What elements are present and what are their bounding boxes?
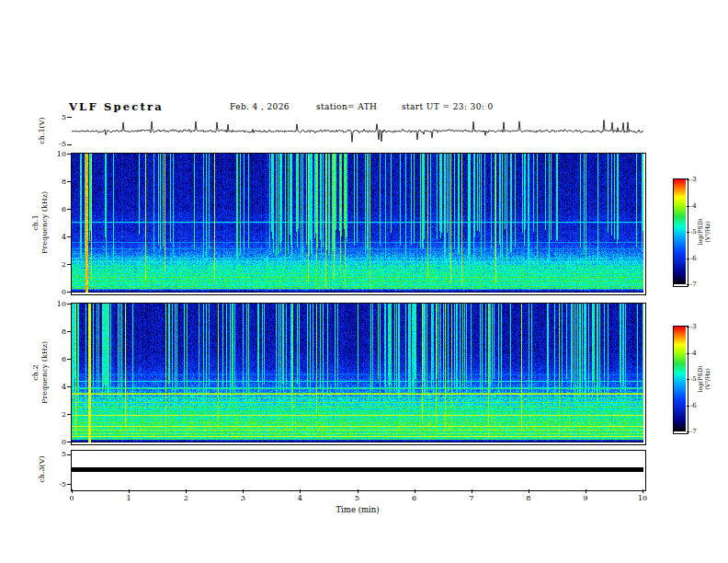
colorbar-ch2-panel bbox=[673, 326, 688, 434]
colorbar-ch1-tick bbox=[687, 259, 689, 259]
time-xtick bbox=[643, 489, 643, 493]
colorbar-ch1-tick-label: -7 bbox=[690, 281, 697, 288]
time-xtick bbox=[586, 489, 586, 493]
ch2-spec-ytick bbox=[67, 304, 72, 304]
ch2-spec-ytick-label: 8 bbox=[46, 327, 66, 336]
ch1-spectrogram-image bbox=[72, 154, 643, 293]
ch1-spec-ylabel: ch.1 Frequency (kHz) bbox=[31, 191, 51, 254]
ch2-spec-ytick bbox=[67, 414, 72, 415]
colorbar-ch2-tick bbox=[687, 379, 689, 380]
plot-title: VLF Spectra bbox=[69, 100, 164, 113]
ch1-spec-ytick bbox=[67, 236, 72, 237]
ch3-waveform-trace bbox=[72, 451, 643, 488]
time-xtick-label: 4 bbox=[289, 494, 311, 502]
ch2-spec-ytick-label: 10 bbox=[46, 300, 66, 308]
ch3-wave-ylabel: ch.3(V) bbox=[38, 455, 47, 482]
ch2-spec-ytick-label: 4 bbox=[46, 383, 66, 391]
time-xtick bbox=[358, 489, 358, 493]
colorbar-ch2-tick-label: -5 bbox=[690, 375, 697, 383]
colorbar-ch1-tick-label: -3 bbox=[690, 176, 697, 183]
ch1-waveform-trace bbox=[72, 114, 643, 148]
colorbar-ch2-tick-label: -3 bbox=[690, 323, 697, 330]
colorbar-ch2-tick bbox=[687, 327, 689, 327]
time-xtick bbox=[186, 489, 187, 493]
colorbar-ch1-tick bbox=[687, 232, 689, 233]
ch2-spec-ylabel: ch.2 Frequency (kHz) bbox=[31, 341, 51, 404]
time-xtick bbox=[129, 489, 130, 493]
ch3-waveform-panel bbox=[71, 450, 646, 491]
colorbar-ch1-panel bbox=[673, 178, 688, 287]
colorbar-ch2-tick bbox=[687, 406, 689, 407]
colorbar-ch2-tick-label: -4 bbox=[690, 350, 697, 357]
ch3-wave-ytick-label: 5 bbox=[46, 450, 66, 458]
ch1-wave-ytick bbox=[67, 144, 72, 145]
ch3-wave-ytick bbox=[67, 484, 72, 485]
colorbar-ch1 bbox=[674, 179, 686, 284]
time-xtick-label: 10 bbox=[631, 494, 654, 502]
ch2-spec-ytick bbox=[67, 386, 72, 387]
colorbar-ch1-tick bbox=[687, 284, 689, 285]
ch2-spec-ytick bbox=[67, 442, 72, 442]
ch2-spectrogram-image bbox=[72, 304, 643, 442]
colorbar-ch2-label: log(PSD)(V²/Hz) bbox=[697, 365, 712, 392]
colorbar-ch1-tick-label: -5 bbox=[690, 228, 697, 236]
ch2-spec-ytick bbox=[67, 331, 72, 332]
colorbar-ch2-tick-label: -7 bbox=[690, 428, 697, 435]
colorbar-ch2-tick-label: -6 bbox=[690, 402, 697, 409]
ch1-spectrogram-panel bbox=[71, 153, 646, 295]
time-xtick-label: 9 bbox=[574, 494, 597, 502]
ch1-spec-ytick-label: 8 bbox=[46, 178, 66, 186]
ch1-wave-ytick-label: -5 bbox=[46, 140, 66, 148]
ch1-waveform-panel bbox=[72, 114, 643, 148]
colorbar-ch1-tick-label: -6 bbox=[690, 255, 697, 262]
ch3-wave-ytick bbox=[67, 454, 72, 455]
ch1-spec-ytick-label: 0 bbox=[46, 288, 66, 296]
time-xtick bbox=[243, 489, 244, 493]
time-xtick-label: 1 bbox=[118, 494, 140, 502]
ch1-wave-ytick bbox=[67, 117, 72, 118]
ch1-spec-ytick bbox=[67, 181, 72, 182]
ch3-wave-ytick-label: -5 bbox=[46, 480, 66, 488]
station-label: station= ATH bbox=[316, 102, 377, 111]
ch1-spec-ytick bbox=[67, 292, 72, 293]
vlf-spectra-figure: VLF Spectra Feb. 4 , 2026 station= ATH s… bbox=[0, 0, 728, 563]
time-xtick bbox=[300, 489, 301, 493]
ch2-spec-ytick-label: 2 bbox=[46, 410, 66, 419]
ch1-spec-ytick bbox=[67, 209, 72, 210]
time-xtick bbox=[415, 489, 415, 493]
ch1-spec-ytick-label: 10 bbox=[46, 150, 66, 158]
time-xtick-label: 0 bbox=[61, 494, 83, 502]
date-label: Feb. 4 , 2026 bbox=[230, 102, 290, 111]
colorbar-ch1-tick bbox=[687, 206, 689, 207]
time-xtick-label: 3 bbox=[232, 494, 254, 502]
ch1-spec-ytick bbox=[67, 264, 72, 265]
colorbar-ch2-tick bbox=[687, 431, 689, 432]
ch2-spec-ytick-label: 0 bbox=[46, 438, 66, 446]
ch2-spec-ytick bbox=[67, 359, 72, 360]
ch1-spec-ytick-label: 2 bbox=[46, 260, 66, 269]
colorbar-ch2-tick bbox=[687, 353, 689, 354]
time-xtick-label: 8 bbox=[518, 494, 540, 502]
time-axis-label: Time (min) bbox=[325, 505, 390, 514]
start-ut-label: start UT = 23: 30: 0 bbox=[402, 102, 494, 111]
time-xtick-label: 5 bbox=[347, 494, 369, 502]
time-xtick-label: 6 bbox=[404, 494, 426, 502]
ch1-spec-ytick-label: 6 bbox=[46, 205, 66, 213]
ch2-spectrogram-panel bbox=[71, 303, 646, 445]
ch1-spec-ytick-label: 4 bbox=[46, 233, 66, 241]
colorbar-ch1-tick-label: -4 bbox=[690, 202, 697, 210]
time-xtick-label: 7 bbox=[461, 494, 483, 502]
time-xtick-label: 2 bbox=[175, 494, 197, 502]
colorbar-ch1-tick bbox=[687, 179, 689, 180]
colorbar-ch1-label: log(PSD)(V²/Hz) bbox=[697, 218, 712, 245]
ch2-spec-ytick-label: 6 bbox=[46, 355, 66, 363]
ch1-spec-ytick bbox=[67, 154, 72, 155]
ch1-wave-ytick-label: 5 bbox=[46, 113, 66, 121]
time-xtick bbox=[72, 489, 73, 493]
colorbar-ch2 bbox=[674, 327, 686, 431]
time-xtick bbox=[472, 489, 472, 493]
time-xtick bbox=[529, 489, 529, 493]
